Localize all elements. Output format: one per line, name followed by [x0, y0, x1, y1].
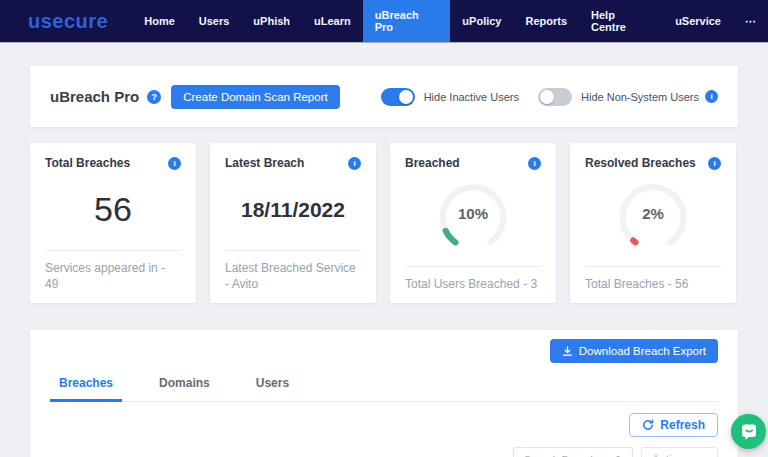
top-nav: usecure Home Users uPhish uLearn uBreach… [0, 0, 768, 43]
help-icon[interactable]: ? [147, 90, 161, 104]
search-breaches-input[interactable] [522, 453, 614, 457]
refresh-button[interactable]: Refresh [629, 413, 718, 437]
card-footer: Total Breaches - 56 [585, 267, 721, 303]
search-breaches-box [513, 447, 633, 457]
nav-item-ulearn[interactable]: uLearn [302, 0, 363, 42]
actions-dropdown-button[interactable]: Actions [641, 447, 718, 457]
nav-item-help-centre[interactable]: Help Centre [579, 0, 663, 42]
tab-breaches[interactable]: Breaches [50, 376, 122, 402]
info-icon[interactable]: i [528, 157, 541, 170]
card-footer: Services appeared in - 49 [45, 251, 181, 303]
info-icon[interactable]: i [705, 90, 718, 103]
info-icon[interactable]: i [708, 157, 721, 170]
download-breach-export-label: Download Breach Export [579, 345, 706, 357]
card-footer: Latest Breached Service - Avito [225, 251, 361, 303]
create-domain-scan-report-button[interactable]: Create Domain Scan Report [171, 85, 339, 109]
breaches-panel: Download Breach Export Breaches Domains … [30, 330, 738, 457]
nav-item-uservice[interactable]: uService [663, 0, 733, 42]
hide-non-system-users-label: Hide Non-System Users [581, 91, 699, 103]
gauge-percent-label: 10% [435, 184, 511, 242]
refresh-label: Refresh [660, 418, 705, 432]
tab-domains[interactable]: Domains [150, 376, 219, 402]
card-title: Latest Breach [225, 156, 304, 170]
hide-non-system-users-toggle[interactable] [538, 88, 572, 106]
stat-cards-row: Total Breaches i 56 Services appeared in… [30, 143, 736, 303]
create-domain-scan-report-label: Create Domain Scan Report [183, 91, 327, 103]
chat-icon [740, 423, 758, 441]
nav-item-more[interactable]: ⋯ [733, 0, 768, 42]
card-title: Breached [405, 156, 460, 170]
header-toggles: Hide Inactive Users Hide Non-System User… [381, 88, 718, 106]
refresh-icon [642, 419, 654, 431]
resolved-breaches-card: Resolved Breaches i 2% Total Breaches - … [570, 143, 736, 303]
tab-users[interactable]: Users [247, 376, 298, 402]
nav-item-users[interactable]: Users [187, 0, 242, 42]
chat-launcher-button[interactable] [731, 414, 766, 449]
card-title: Total Breaches [45, 156, 130, 170]
tab-bar: Breaches Domains Users [50, 376, 718, 402]
download-breach-export-button[interactable]: Download Breach Export [550, 339, 718, 363]
nav-item-ubreach-pro[interactable]: uBreach Pro [363, 0, 451, 42]
latest-breach-date: 18/11/2022 [241, 198, 345, 222]
hide-inactive-users-label: Hide Inactive Users [424, 91, 519, 103]
usecure-logo[interactable]: usecure [28, 10, 108, 33]
ubreach-pro-dashboard: usecure Home Users uPhish uLearn uBreach… [0, 0, 768, 457]
breached-gauge-chart: 10% [435, 184, 511, 251]
total-breaches-value: 56 [94, 190, 132, 229]
card-title: Resolved Breaches [585, 156, 696, 170]
gauge-percent-label: 2% [615, 184, 691, 242]
toggle-knob [399, 90, 413, 104]
page-header: uBreach Pro ? Create Domain Scan Report … [30, 66, 738, 127]
resolved-breaches-gauge-chart: 2% [615, 184, 691, 251]
toggle-knob [540, 90, 554, 104]
nav-item-home[interactable]: Home [132, 0, 187, 42]
hide-inactive-users-toggle[interactable] [381, 88, 415, 106]
download-icon [562, 346, 573, 357]
latest-breach-card: Latest Breach i 18/11/2022 Latest Breach… [210, 143, 376, 303]
total-breaches-card: Total Breaches i 56 Services appeared in… [30, 143, 196, 303]
actions-label: Actions [652, 453, 691, 457]
nav-item-reports[interactable]: Reports [513, 0, 579, 42]
info-icon[interactable]: i [348, 157, 361, 170]
breached-card: Breached i 10% Total Users Breached - 3 [390, 143, 556, 303]
nav-item-uphish[interactable]: uPhish [241, 0, 302, 42]
info-icon[interactable]: i [168, 157, 181, 170]
page-title: uBreach Pro [50, 88, 139, 105]
card-footer: Total Users Breached - 3 [405, 267, 541, 303]
nav-item-upolicy[interactable]: uPolicy [450, 0, 513, 42]
